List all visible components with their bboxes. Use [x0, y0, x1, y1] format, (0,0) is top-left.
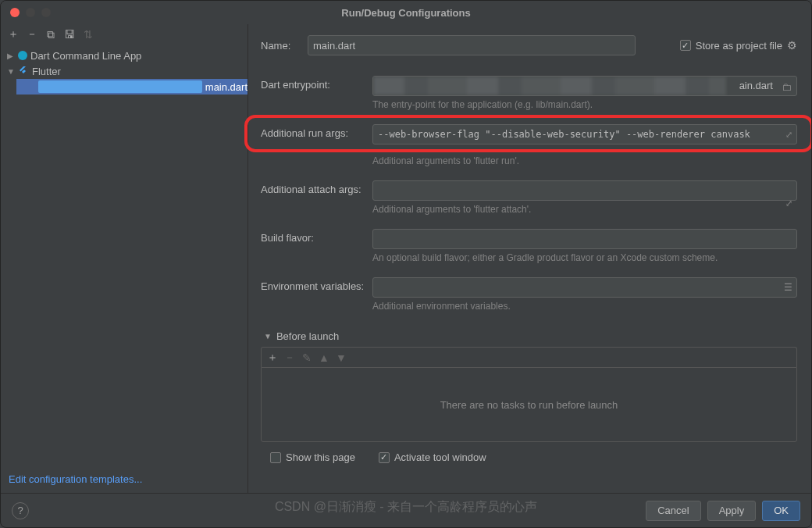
- copy-config-button[interactable]: ⧉: [43, 27, 59, 42]
- remove-config-button[interactable]: －: [24, 27, 40, 42]
- activate-tool-label: Activate tool window: [394, 451, 486, 463]
- tree-node-dart[interactable]: ▶ Dart Command Line App: [1, 48, 248, 63]
- tree-label: Flutter: [32, 66, 61, 77]
- tree-label: Dart Command Line App: [30, 50, 141, 62]
- apply-button[interactable]: Apply: [707, 501, 757, 521]
- expand-icon[interactable]: ⤢: [785, 198, 792, 209]
- dialog-body: ＋ － ⧉ 🖫 ⇅ ▶ Dart Command Line App ▼ Flut…: [1, 24, 811, 493]
- save-config-button[interactable]: 🖫: [62, 27, 77, 42]
- tree-node-flutter[interactable]: ▼ Flutter: [1, 63, 248, 79]
- activate-tool-check[interactable]: Activate tool window: [379, 451, 486, 463]
- remove-task-button[interactable]: －: [282, 350, 297, 366]
- store-label: Store as project file: [696, 40, 782, 52]
- browse-folder-icon[interactable]: 🗀: [782, 81, 792, 93]
- flutter-file-icon: [38, 80, 202, 93]
- caret-down-icon: ▼: [7, 67, 15, 76]
- window-controls: [10, 8, 51, 17]
- activate-tool-checkbox[interactable]: [379, 452, 390, 463]
- ok-button[interactable]: OK: [762, 501, 800, 521]
- move-up-button[interactable]: ▲: [316, 350, 332, 366]
- entrypoint-blurred: [373, 77, 726, 95]
- env-input[interactable]: [372, 277, 797, 298]
- store-as-project[interactable]: Store as project file ⚙: [680, 39, 797, 52]
- help-button[interactable]: ?: [12, 502, 29, 519]
- flavor-label: Build flavor:: [261, 229, 372, 244]
- flavor-hint: An optional build flavor; either a Gradl…: [372, 252, 797, 263]
- sidebar-toolbar: ＋ － ⧉ 🖫 ⇅: [1, 24, 248, 45]
- tree-label: main.dart: [205, 81, 248, 93]
- before-launch-title: Before launch: [276, 330, 339, 342]
- run-debug-config-window: Run/Debug Configurations ＋ － ⧉ 🖫 ⇅ ▶ Dar…: [0, 0, 812, 528]
- name-label: Name:: [261, 40, 308, 52]
- attach-args-input[interactable]: [372, 180, 797, 201]
- run-args-row-highlighted: Additional run args: ⤢: [261, 124, 797, 144]
- cancel-button[interactable]: Cancel: [646, 501, 700, 521]
- env-list-icon[interactable]: ☰: [784, 282, 792, 293]
- env-label: Environment variables:: [261, 277, 372, 292]
- expand-icon[interactable]: ⤢: [785, 130, 792, 140]
- config-form: Name: Store as project file ⚙ Dart entry…: [248, 24, 811, 493]
- show-page-checkbox[interactable]: [270, 452, 281, 463]
- edit-templates-link[interactable]: Edit configuration templates...: [1, 466, 248, 493]
- sort-config-button[interactable]: ⇅: [80, 27, 96, 42]
- store-checkbox[interactable]: [680, 40, 691, 51]
- entrypoint-suffix: ain.dart: [739, 80, 773, 91]
- config-tree: ▶ Dart Command Line App ▼ Flutter main.d…: [1, 45, 248, 466]
- env-hint: Additional environment variables.: [372, 301, 797, 312]
- edit-task-button[interactable]: ✎: [299, 350, 315, 366]
- flutter-icon: [18, 66, 29, 77]
- entrypoint-hint: The entry-point for the application (e.g…: [372, 99, 797, 110]
- add-task-button[interactable]: ＋: [265, 350, 280, 366]
- run-args-hint: Additional arguments to 'flutter run'.: [372, 155, 797, 166]
- caret-right-icon: ▶: [7, 52, 15, 60]
- attach-args-hint: Additional arguments to 'flutter attach'…: [372, 204, 797, 215]
- show-page-check[interactable]: Show this page: [270, 451, 355, 463]
- add-config-button[interactable]: ＋: [5, 27, 21, 42]
- caret-down-icon: ▼: [264, 332, 272, 341]
- before-launch-empty: There are no tasks to run before launch: [261, 367, 797, 442]
- name-input[interactable]: [308, 35, 636, 55]
- run-args-label: Additional run args:: [261, 124, 372, 139]
- gear-icon[interactable]: ⚙: [787, 39, 797, 52]
- attach-args-label: Additional attach args:: [261, 180, 372, 195]
- flavor-input[interactable]: [372, 229, 797, 249]
- move-down-button[interactable]: ▼: [333, 350, 349, 366]
- before-launch-section: ▼ Before launch ＋ － ✎ ▲ ▼ There are no t…: [261, 330, 797, 463]
- close-window-btn[interactable]: [10, 8, 20, 17]
- zoom-window-btn[interactable]: [41, 8, 51, 17]
- dialog-footer: ? Cancel Apply OK: [1, 493, 811, 527]
- window-title: Run/Debug Configurations: [341, 7, 470, 19]
- tree-node-main[interactable]: main.dart: [16, 79, 248, 95]
- titlebar: Run/Debug Configurations: [1, 1, 811, 24]
- dart-icon: [18, 51, 27, 60]
- before-launch-toolbar: ＋ － ✎ ▲ ▼: [261, 347, 797, 367]
- minimize-window-btn[interactable]: [26, 8, 35, 17]
- sidebar: ＋ － ⧉ 🖫 ⇅ ▶ Dart Command Line App ▼ Flut…: [1, 24, 248, 493]
- entrypoint-label: Dart entrypoint:: [261, 76, 372, 91]
- run-args-input[interactable]: [372, 124, 797, 144]
- before-launch-header[interactable]: ▼ Before launch: [261, 330, 797, 342]
- show-page-label: Show this page: [286, 451, 355, 463]
